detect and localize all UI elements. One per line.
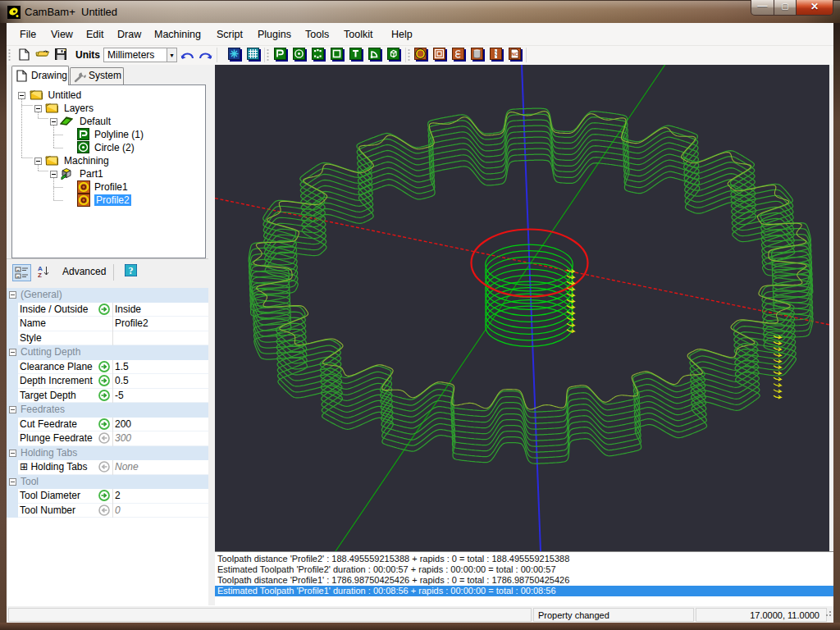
svg-text:?: ? (129, 265, 134, 276)
svg-text:NC: NC (511, 52, 518, 57)
svg-text:+: + (16, 274, 20, 279)
svg-text:Z: Z (38, 272, 42, 278)
svg-text:+: + (16, 267, 20, 272)
